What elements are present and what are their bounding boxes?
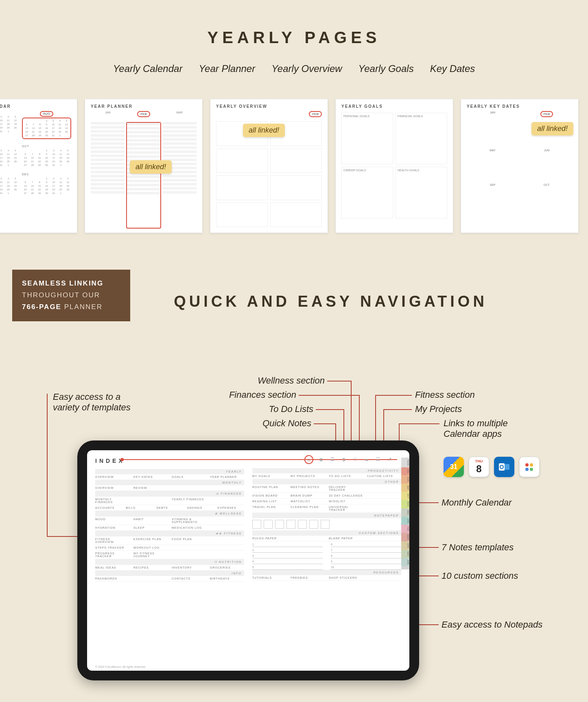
index-link[interactable]: INVENTORY bbox=[172, 566, 206, 569]
index-link[interactable]: TRAVEL PLAN bbox=[252, 506, 286, 511]
index-link[interactable]: HYDRATION bbox=[95, 526, 129, 529]
home-icon[interactable]: ⌂ bbox=[304, 455, 313, 464]
custom-slot[interactable]: 3 bbox=[252, 554, 323, 558]
custom-slot[interactable]: 2 bbox=[252, 548, 323, 553]
index-link[interactable]: YEAR PLANNER bbox=[210, 475, 244, 478]
index-link[interactable]: 30 DAY CHALLENGE bbox=[329, 494, 363, 497]
index-row[interactable]: MONTHLY FINANCESYEARLY FINANCES bbox=[95, 497, 244, 505]
index-row[interactable]: READING LISTWATCHLISTWISHLIST bbox=[252, 499, 401, 504]
custom-slot[interactable]: 6 bbox=[331, 542, 401, 547]
index-row[interactable]: HYDRATIONSLEEPMEDICATION LOG bbox=[95, 525, 244, 531]
index-link[interactable]: CLEANING PLAN bbox=[291, 506, 325, 511]
side-tab[interactable] bbox=[401, 566, 409, 569]
index-row[interactable]: FITNESS OVERVIEWEXERCISE PLANFOOD PLAN bbox=[95, 536, 244, 545]
index-link[interactable]: MEDICATION LOG bbox=[172, 526, 206, 529]
index-row[interactable]: PASSWORDSCONTACTSBIRTHDAYS bbox=[95, 576, 244, 582]
index-link[interactable]: MEAL IDEAS bbox=[95, 566, 129, 569]
index-link[interactable]: EXPENSES bbox=[218, 506, 244, 509]
side-tab[interactable]: MAY bbox=[401, 550, 409, 558]
side-tab[interactable]: AUG bbox=[401, 475, 409, 484]
index-link[interactable]: MY GOALS bbox=[252, 475, 286, 477]
index-link[interactable]: FOOD PLAN bbox=[172, 538, 206, 543]
heart-icon[interactable]: ♡ bbox=[352, 456, 359, 463]
note-template-thumb[interactable] bbox=[275, 520, 284, 529]
index-row[interactable]: TRAVEL PLANCLEANING PLANUNIVERSAL TRACKE… bbox=[252, 504, 401, 513]
note-template-thumb[interactable] bbox=[286, 520, 295, 529]
index-link[interactable]: VITAMINS & SUPPLEMENTS bbox=[172, 518, 206, 523]
list-icon[interactable]: ☰ bbox=[329, 456, 336, 463]
index-row[interactable]: OVERVIEWKEY DATESGOALSYEAR PLANNER bbox=[95, 474, 244, 480]
index-link[interactable]: PASSWORDS bbox=[95, 577, 129, 580]
dumbbell-icon[interactable]: ⚌ bbox=[363, 456, 370, 463]
index-link[interactable]: BIRTHDAYS bbox=[210, 577, 244, 580]
index-link[interactable]: WATCHLIST bbox=[291, 500, 325, 503]
index-link[interactable]: ROUTINE PLAN bbox=[252, 486, 286, 491]
index-link[interactable]: MOOD bbox=[95, 518, 129, 523]
index-row[interactable]: VISION BOARDBRAIN DUMP30 DAY CHALLENGE bbox=[252, 493, 401, 499]
side-tab[interactable]: OCT bbox=[401, 492, 409, 500]
side-tab[interactable]: MAR bbox=[401, 533, 409, 541]
custom-slot[interactable]: 5 bbox=[252, 565, 323, 570]
index-link[interactable]: GOALS bbox=[172, 475, 206, 478]
side-tab[interactable]: DEC bbox=[401, 508, 409, 517]
index-link[interactable]: SAVINGS bbox=[187, 506, 214, 509]
custom-slot[interactable]: 1 bbox=[252, 542, 323, 547]
ipad-side-tabs[interactable]: YEARJULAUGSEPOCTNOVDECJANFEBMARAPRMAYJUN bbox=[401, 458, 409, 569]
side-tab[interactable]: JUL bbox=[401, 467, 409, 475]
side-tab[interactable]: FEB bbox=[401, 525, 409, 533]
custom-slot[interactable]: 10 bbox=[331, 565, 401, 570]
index-link[interactable]: MEETING NOTES bbox=[291, 486, 325, 491]
index-link[interactable]: MY FITNESS JOURNEY bbox=[133, 552, 168, 558]
side-tab[interactable]: APR bbox=[401, 541, 409, 549]
coin-icon[interactable]: $ bbox=[340, 456, 348, 463]
note-template-thumb[interactable] bbox=[264, 520, 273, 529]
index-link[interactable]: CUSTOM LISTS bbox=[367, 475, 401, 477]
note-template-thumb[interactable] bbox=[298, 520, 307, 529]
index-link[interactable]: UNIVERSAL TRACKER bbox=[329, 506, 363, 511]
index-link[interactable]: KEY DATES bbox=[133, 475, 168, 478]
index-link[interactable]: TUTORIALS bbox=[252, 576, 286, 579]
index-link[interactable]: WORKOUT LOG bbox=[133, 546, 168, 549]
note-icon[interactable]: 🗎 bbox=[317, 456, 325, 463]
index-link[interactable]: OVERVIEW bbox=[95, 486, 129, 489]
index-link[interactable]: OVERVIEW bbox=[95, 475, 129, 478]
index-link[interactable]: MY PROJECTS bbox=[291, 475, 325, 477]
index-link[interactable]: MONTHLY FINANCES bbox=[95, 498, 129, 504]
index-link[interactable]: SHOP STICKERS bbox=[329, 576, 363, 579]
index-row[interactable]: TUTORIALSFREEBIESSHOP STICKERS bbox=[252, 575, 401, 581]
note-template-thumb[interactable] bbox=[321, 520, 330, 529]
side-tab[interactable]: YEAR bbox=[401, 458, 409, 467]
index-link[interactable]: DELIVERY TRACKER bbox=[329, 486, 363, 491]
index-link[interactable]: REVIEW bbox=[133, 486, 168, 489]
index-row[interactable]: OVERVIEWREVIEW bbox=[95, 485, 244, 491]
index-link[interactable]: RECIPES bbox=[133, 566, 168, 569]
index-row[interactable]: MOODHABITVITAMINS & SUPPLEMENTS bbox=[95, 517, 244, 525]
index-row[interactable]: ACCOUNTSBILLSDEBTSSAVINGSEXPENSES bbox=[95, 505, 244, 511]
calendar-icon[interactable]: ☷ bbox=[374, 456, 382, 463]
index-link[interactable]: GROCERIES bbox=[210, 566, 244, 569]
index-link[interactable]: YEARLY FINANCES bbox=[172, 498, 206, 504]
index-link[interactable]: VISION BOARD bbox=[252, 494, 286, 497]
note-template-thumb[interactable] bbox=[309, 520, 318, 529]
side-tab[interactable]: NOV bbox=[401, 500, 409, 508]
index-link[interactable]: READING LIST bbox=[252, 500, 286, 503]
custom-slot[interactable]: 7 bbox=[331, 548, 401, 553]
custom-slot[interactable]: 4 bbox=[252, 559, 323, 564]
index-link[interactable]: WISHLIST bbox=[329, 500, 363, 503]
index-row[interactable]: MY GOALSMY PROJECTSTO DO LISTSCUSTOM LIS… bbox=[252, 473, 401, 479]
side-tab[interactable]: JAN bbox=[401, 517, 409, 525]
side-tab[interactable]: SEP bbox=[401, 484, 409, 492]
index-link[interactable]: HABIT bbox=[133, 518, 168, 523]
index-link[interactable]: FREEBIES bbox=[291, 576, 325, 579]
index-link[interactable]: EXERCISE PLAN bbox=[133, 538, 168, 543]
index-row[interactable]: MEAL IDEASRECIPESINVENTORYGROCERIES bbox=[95, 565, 244, 571]
link-icon[interactable]: ↗ bbox=[386, 456, 393, 463]
custom-slot[interactable]: 9 bbox=[331, 559, 401, 564]
index-link[interactable]: SLEEP bbox=[133, 526, 168, 529]
index-link[interactable]: DEBTS bbox=[156, 506, 183, 509]
index-row[interactable]: PROGRESS TRACKERMY FITNESS JOURNEY bbox=[95, 551, 244, 559]
side-tab[interactable]: JUN bbox=[401, 558, 409, 566]
index-link[interactable]: STEPS TRACKER bbox=[95, 546, 129, 549]
index-link[interactable]: FITNESS OVERVIEW bbox=[95, 538, 129, 543]
index-link[interactable]: ACCOUNTS bbox=[95, 506, 122, 509]
